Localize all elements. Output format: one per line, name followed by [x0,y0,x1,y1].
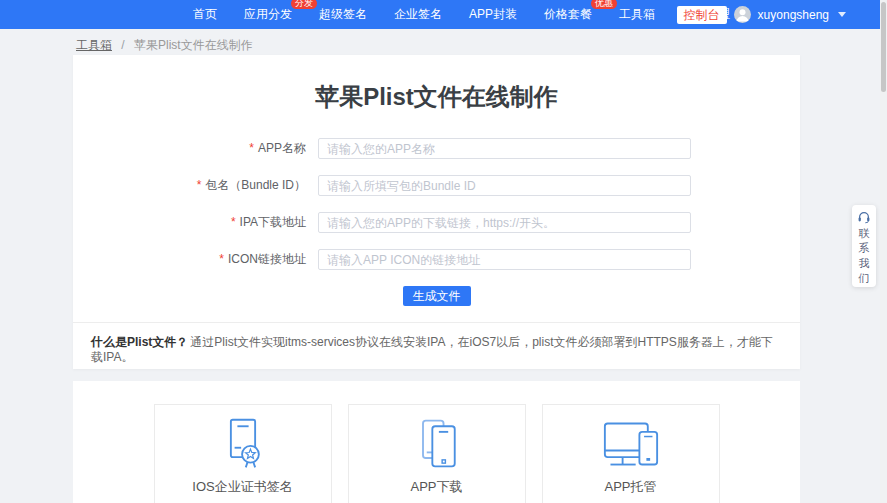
breadcrumb: 工具箱 / 苹果Plist文件在线制作 [76,37,253,54]
nav-label: 工具箱 [619,7,655,21]
scrollbar[interactable] [880,0,887,503]
top-nav-bar: 首页 应用分发 分发 超级签名 企业签名 APP封装 价格套餐 优惠 工具箱 推… [0,0,880,29]
contact-us-label: 联系我们 [858,226,870,286]
nav-item-enterprise-sign[interactable]: 企业签名 [394,6,442,23]
required-asterisk: * [231,215,236,229]
form-row-icon-url: *ICON链接地址 [73,249,800,270]
info-text: 通过Plist文件实现itms-services协议在线安装IPA，在iOS7以… [91,335,773,364]
service-box-enterprise-cert[interactable]: IOS企业证书签名 [154,404,332,503]
required-asterisk: * [197,178,202,192]
info-title: 什么是Plist文件？ [91,335,188,349]
bundle-id-input[interactable] [318,175,691,196]
icon-url-input[interactable] [318,249,691,270]
user-icon [734,6,751,23]
phones-icon [409,416,465,472]
nav-label: APP封装 [469,7,517,21]
generate-file-button[interactable]: 生成文件 [403,286,471,306]
label-text: APP名称 [258,141,306,155]
plist-info-section: 什么是Plist文件？通过Plist文件实现itms-services协议在线安… [73,322,800,377]
breadcrumb-separator: / [121,38,124,52]
icon-url-label: *ICON链接地址 [73,251,318,268]
breadcrumb-current: 苹果Plist文件在线制作 [134,38,253,52]
plist-form: *APP名称 *包名（Bundle ID） *IPA下载地址 *ICON链接地址… [73,138,800,306]
nav-label: 应用分发 [244,7,292,21]
nav-item-home[interactable]: 首页 [193,6,217,23]
distribution-badge: 分发 [291,0,317,9]
plist-form-card: 苹果Plist文件在线制作 *APP名称 *包名（Bundle ID） *IPA… [73,55,800,369]
nav-item-pricing[interactable]: 价格套餐 优惠 [544,6,592,23]
app-name-label: *APP名称 [73,140,318,157]
required-asterisk: * [219,252,224,266]
console-button[interactable]: 控制台 [677,6,727,24]
avatar[interactable] [734,6,751,23]
service-box-app-download[interactable]: APP下载 [348,404,526,503]
service-label: APP下载 [410,478,462,496]
nav-label: 首页 [193,7,217,21]
contact-us-widget[interactable]: 联系我们 [852,205,876,287]
service-label: IOS企业证书签名 [192,478,292,496]
chevron-down-icon[interactable] [838,12,846,17]
form-row-ipa-url: *IPA下载地址 [73,212,800,233]
label-text: ICON链接地址 [228,252,306,266]
ipa-url-label: *IPA下载地址 [73,214,318,231]
username-text[interactable]: xuyongsheng [758,8,829,22]
form-row-app-name: *APP名称 [73,138,800,159]
service-box-app-hosting[interactable]: APP托管 [542,404,720,503]
services-card: IOS企业证书签名 APP下载 APP托管 [73,381,800,503]
nav-item-super-sign[interactable]: 超级签名 [319,6,367,23]
nav-label: 超级签名 [319,7,367,21]
nav-label: 价格套餐 [544,7,592,21]
submit-row: 生成文件 [73,286,800,306]
discount-badge: 优惠 [591,0,617,9]
top-right-controls: 控制台 xuyongsheng [677,0,846,29]
certificate-icon [215,416,271,472]
main-nav: 首页 应用分发 分发 超级签名 企业签名 APP封装 价格套餐 优惠 工具箱 推… [193,6,730,23]
app-name-input[interactable] [318,138,691,159]
required-asterisk: * [249,141,254,155]
bundle-id-label: *包名（Bundle ID） [73,177,318,194]
monitor-phone-icon [598,416,664,472]
ipa-url-input[interactable] [318,212,691,233]
label-text: 包名（Bundle ID） [205,178,306,192]
page-title: 苹果Plist文件在线制作 [73,82,800,112]
services-row: IOS企业证书签名 APP下载 APP托管 [73,381,800,503]
nav-item-app-distribution[interactable]: 应用分发 分发 [244,6,292,23]
service-label: APP托管 [604,478,656,496]
form-row-bundle-id: *包名（Bundle ID） [73,175,800,196]
breadcrumb-toolbox-link[interactable]: 工具箱 [76,38,112,52]
nav-item-app-package[interactable]: APP封装 [469,6,517,23]
label-text: IPA下载地址 [240,215,306,229]
scrollbar-thumb[interactable] [881,2,886,92]
nav-label: 企业签名 [394,7,442,21]
nav-item-toolbox[interactable]: 工具箱 [619,6,655,23]
headset-icon [857,210,871,224]
